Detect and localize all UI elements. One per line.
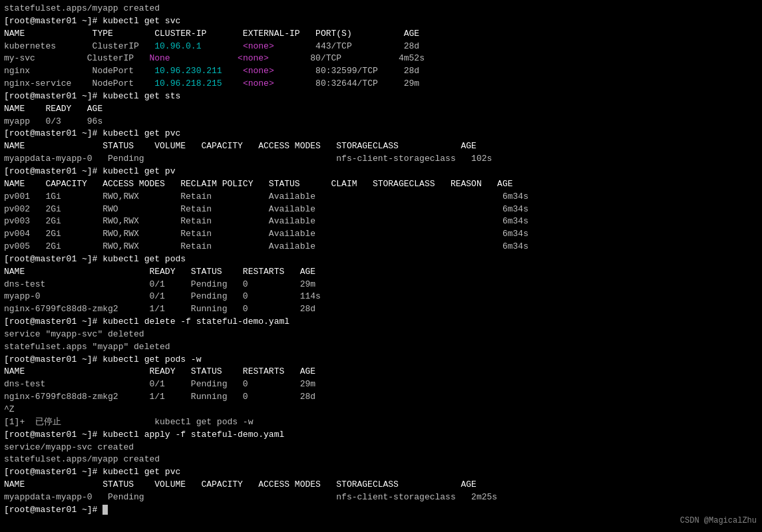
terminal-window: statefulset.apps/myapp created [root@mas… [0, 0, 762, 532]
line-25: nginx-6799fc88d8-zmkg2 1/1 Running 0 28d [4, 303, 758, 316]
line-36: service/myapp-svc created [4, 442, 758, 454]
line-21: [root@master01 ~]# kubectl get pods [4, 253, 758, 266]
line-22: NAME READY STATUS RESTARTS AGE [4, 266, 758, 279]
line-30: NAME READY STATUS RESTARTS AGE [4, 366, 758, 378]
line-40: myappdata-myapp-0 Pending nfs-client-sto… [4, 491, 758, 504]
line-11: [root@master01 ~]# kubectl get pvc [4, 128, 758, 140]
line-39: NAME STATUS VOLUME CAPACITY ACCESS MODES… [4, 479, 758, 491]
line-29: [root@master01 ~]# kubectl get pods -w [4, 354, 758, 366]
line-23: dns-test 0/1 Pending 0 29m [4, 279, 758, 291]
line-27: service "myapp-svc" deleted [4, 329, 758, 341]
line-8: [root@master01 ~]# kubectl get sts [4, 90, 758, 103]
line-37: statefulset.apps/myapp created [4, 454, 758, 466]
line-33: ^Z [4, 404, 758, 416]
line-35: [root@master01 ~]# kubectl apply -f stat… [4, 429, 758, 442]
line-24: myapp-0 0/1 Pending 0 114s [4, 291, 758, 303]
line-3: NAME TYPE CLUSTER-IP EXTERNAL-IP PORT(S)… [4, 28, 758, 41]
line-18: pv003 2Gi RWO,RWX Retain Available 6m34s [4, 215, 758, 228]
line-13: myappdata-myapp-0 Pending nfs-client-sto… [4, 153, 758, 166]
line-4: kubernetes ClusterIP 10.96.0.1 <none> 44… [4, 41, 758, 53]
line-5: my-svc ClusterIP None <none> 80/TCP 4m52… [4, 53, 758, 65]
line-34: [1]+ 已停止 kubectl get pods -w [4, 416, 758, 429]
line-19: pv004 2Gi RWO,RWX Retain Available 6m34s [4, 228, 758, 241]
line-9: NAME READY AGE [4, 103, 758, 116]
line-6: nginx NodePort 10.96.230.211 <none> 80:3… [4, 65, 758, 78]
line-16: pv001 1Gi RWO,RWX Retain Available 6m34s [4, 191, 758, 203]
line-17: pv002 2Gi RWO Retain Available 6m34s [4, 203, 758, 216]
line-32: nginx-6799fc88d8-zmkg2 1/1 Running 0 28d [4, 391, 758, 404]
line-38: [root@master01 ~]# kubectl get pvc [4, 466, 758, 479]
line-15: NAME CAPACITY ACCESS MODES RECLAIM POLIC… [4, 178, 758, 191]
line-10: myapp 0/3 96s [4, 116, 758, 128]
line-26: [root@master01 ~]# kubectl delete -f sta… [4, 316, 758, 329]
line-7: nginx-service NodePort 10.96.218.215 <no… [4, 78, 758, 90]
line-2: [root@master01 ~]# kubectl get svc [4, 15, 758, 28]
line-31: dns-test 0/1 Pending 0 29m [4, 378, 758, 391]
line-20: pv005 2Gi RWO,RWX Retain Available 6m34s [4, 241, 758, 253]
line-28: statefulset.apps "myapp" deleted [4, 341, 758, 354]
watermark-text: CSDN @MagicalZhu [680, 515, 757, 527]
line-1: statefulset.apps/myapp created [4, 3, 758, 15]
line-41: [root@master01 ~]# [4, 504, 758, 517]
line-14: [root@master01 ~]# kubectl get pv [4, 166, 758, 178]
line-12: NAME STATUS VOLUME CAPACITY ACCESS MODES… [4, 140, 758, 153]
